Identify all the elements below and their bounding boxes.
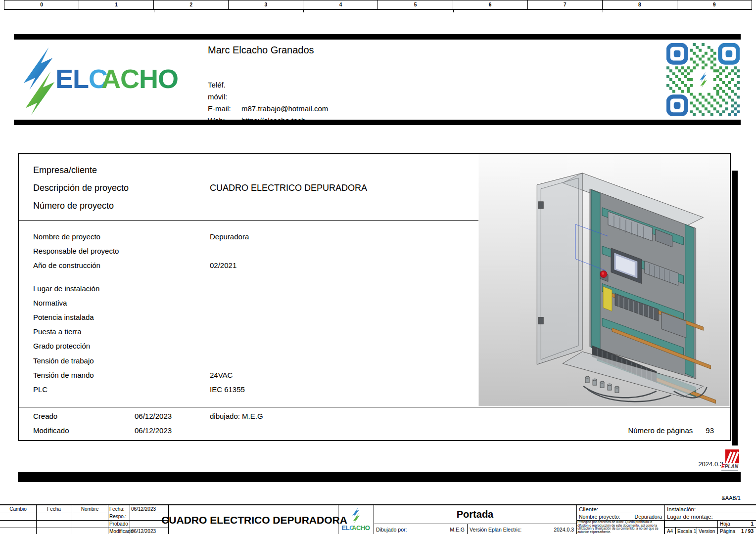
safety-relay-yellow (603, 286, 612, 311)
field-value: 24VAC (210, 371, 233, 379)
copyright-text: Protegido por derechos de autor. Queda p… (576, 520, 664, 534)
wordmark-letter: E (55, 64, 73, 93)
meta-label: Fecha: (109, 505, 130, 513)
project-info-block: Empresa/cliente Descripción de proyectoC… (18, 153, 731, 441)
field-label: Lugar de instalación (33, 284, 99, 293)
created-label: Creado (33, 412, 57, 420)
field-row: Normativa (33, 299, 67, 309)
eplan-brand-rest: PLAN (725, 464, 738, 469)
project-name-label: Nombre proyecto: (579, 514, 620, 520)
page-count-value: 93 (706, 426, 714, 435)
project-name-value: Depuradora (635, 514, 662, 520)
project-description-label: Descripción de proyecto (33, 183, 129, 193)
eplan-brand-label: EPLAN (721, 464, 738, 471)
eplan-version-value: 2024.0.3 (554, 527, 574, 533)
version-cell: Version (699, 527, 717, 534)
modified-date: 06/12/2023 (135, 426, 172, 435)
field-row: Lugar de instalación (33, 284, 99, 294)
client-label: Cliente: (579, 506, 598, 512)
created-date: 06/12/2023 (135, 412, 172, 420)
field-label: Puesta a tierra (33, 327, 82, 336)
header-divider-bar-bottom (14, 120, 741, 125)
wordmark-letter: O (365, 524, 370, 532)
field-row: Tensión de trabajo (33, 356, 94, 366)
project-description-row: Descripción de proyectoCUADRO ELECTRICO … (33, 183, 129, 193)
frame-rail-left (591, 190, 600, 352)
eplan-logo-icon (725, 449, 739, 463)
meta-label: Probado (109, 520, 130, 528)
field-row: Puesta a tierra (33, 327, 82, 337)
ruler-cell: 4 (303, 0, 378, 9)
project-name-cell: Nombre proyecto:Depuradora (576, 513, 664, 520)
meta-label: Modificado (109, 528, 130, 534)
phone-label: Teléf. móvil: (208, 79, 241, 103)
elcacho-bolt-mini-icon (351, 507, 361, 523)
elcacho-mini-wordmark: ELCACHO (338, 524, 374, 532)
sheet-cell: Hoja1 (717, 520, 756, 527)
field-label: Potencia instalada (33, 313, 94, 321)
block-drop-shadow (732, 171, 738, 445)
ruler-tick (453, 10, 454, 12)
eplan-cover-sheet: 0 1 2 3 4 5 6 7 8 9 (0, 0, 756, 534)
created-row: Creado 06/12/2023 dibujado: M.E.G (33, 412, 57, 420)
ruler-cell: 7 (528, 0, 603, 9)
ruler-tick (603, 10, 603, 12)
page-count-label: Número de páginas (628, 426, 693, 435)
door-hinge (538, 202, 543, 209)
installation-cell: Instalación: (667, 505, 754, 513)
ruler-cell: 1 (79, 0, 154, 9)
field-label: Grado protección (33, 342, 90, 350)
project-number-label: Número de proyecto (33, 201, 114, 211)
project-description-value: CUADRO ELECTRICO DEPURADORA (210, 183, 367, 193)
rev-col-header-nombre: Nombre (72, 505, 108, 513)
field-row: Año de construcción02/2021 (33, 261, 100, 271)
company-client-label: Empresa/cliente (33, 165, 97, 175)
ruler-cell: 6 (453, 0, 528, 9)
ruler-cell: 3 (229, 0, 303, 9)
scale-cell: Escala 1 (677, 527, 697, 534)
drawing-title: CUADRO ELECTRICO DEPURADORA (171, 505, 338, 534)
field-row: PLCIEC 61355 (33, 385, 47, 395)
drawn-by-value: M.E.G (450, 527, 465, 533)
column-ruler: 0 1 2 3 4 5 6 7 8 9 (4, 0, 752, 10)
field-row: Potencia instalada (33, 313, 94, 323)
wordmark-letter: C (356, 524, 361, 532)
ruler-cell: 5 (378, 0, 453, 9)
contact-block: Teléf. móvil: E-mail:m87.trabajo@hotmail… (208, 79, 328, 127)
field-value: 02/2021 (210, 261, 236, 269)
company-client-row: Empresa/cliente (33, 165, 97, 176)
eplan-version-text: 2024.0.3 (679, 460, 723, 468)
cabinet-3d-render (478, 154, 730, 406)
page-number-value: 1 / 93 (741, 529, 754, 534)
field-label: Normativa (33, 299, 67, 307)
sheet-title: Portada (374, 505, 576, 524)
sheet-label: Hoja (720, 521, 730, 527)
wordmark-letter: E (342, 524, 346, 532)
frame-rail-right (685, 224, 694, 377)
mount-location-cell: Lugar de montaje: (667, 513, 754, 520)
title-block: Cambio Fecha Nombre Fecha: 06/12/2023 Re… (0, 504, 756, 534)
eplan-version-cell: Versión Eplan Electric:2024.0.3 (467, 524, 576, 534)
ruler-tick (303, 10, 304, 12)
wordmark-letter: A (101, 64, 120, 93)
email-label: E-mail: (208, 103, 241, 115)
ruler-tick (154, 10, 154, 12)
web-value: https://elcacho.tech (241, 115, 305, 127)
separator-line (19, 407, 730, 407)
mount-location-label: Lugar de montaje: (667, 514, 713, 520)
drawn-by-cell: Dibujado por:M.E.G (374, 524, 467, 534)
separator-line (19, 220, 478, 221)
field-label: Año de construcción (33, 261, 100, 269)
field-label: Nombre de proyecto (33, 232, 100, 241)
qr-code (666, 43, 740, 116)
eplan-version-label: Versión Eplan Electric: (470, 527, 521, 533)
meta-value: 06/12/2023 (131, 528, 168, 534)
field-row: Tensión de mando24VAC (33, 371, 94, 381)
qr-center-logo-backdrop (696, 71, 710, 88)
installation-label: Instalación: (667, 506, 696, 512)
contact-name: Marc Elcacho Granados (208, 44, 314, 56)
meta-value: 06/12/2023 (131, 505, 168, 513)
footer-divider-bar (18, 472, 741, 482)
page-count: Número de páginas93 (628, 426, 714, 435)
ruler-cell: 0 (4, 0, 79, 9)
